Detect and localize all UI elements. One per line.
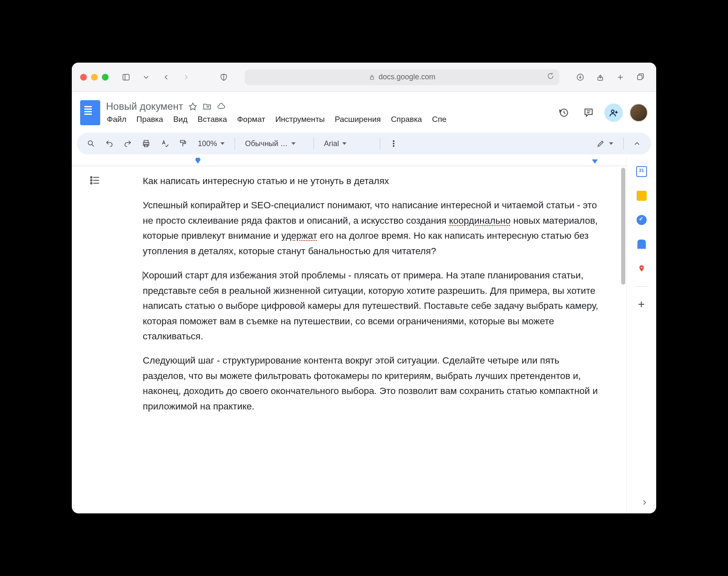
svg-rect-25 <box>180 141 185 143</box>
menu-help[interactable]: Справка <box>390 114 423 125</box>
style-value: Обычный … <box>245 139 288 148</box>
svg-rect-10 <box>637 75 642 80</box>
version-history-button[interactable] <box>554 104 573 122</box>
document-title[interactable]: Новый документ <box>106 101 183 112</box>
collapse-toolbar-button[interactable] <box>629 136 645 151</box>
menu-tools[interactable]: Инструменты <box>274 114 325 125</box>
redo-button[interactable] <box>120 136 135 151</box>
get-addons-button[interactable]: + <box>636 298 647 310</box>
tab-overview-button[interactable] <box>633 70 648 85</box>
svg-point-32 <box>91 177 92 178</box>
vertical-scrollbar[interactable] <box>620 166 626 513</box>
minimize-window-button[interactable] <box>91 74 98 81</box>
share-button-docs[interactable] <box>604 104 623 122</box>
star-icon[interactable] <box>188 102 197 111</box>
font-value: Arial <box>324 139 339 148</box>
toolbar-separator <box>623 138 624 149</box>
more-tools-button[interactable] <box>386 136 401 151</box>
editing-mode-dropdown[interactable] <box>597 139 613 148</box>
content-area: Как написать интересную статью и не утон… <box>72 158 656 513</box>
window-controls <box>80 74 109 81</box>
side-panel-separator <box>635 286 648 287</box>
svg-point-16 <box>612 110 614 113</box>
maximize-window-button[interactable] <box>102 74 109 81</box>
font-dropdown[interactable]: Arial <box>320 136 374 151</box>
text-span: Хороший старт для избежания этой проблем… <box>143 270 598 341</box>
doc-paragraph-3[interactable]: Следующий шаг - структурирование контент… <box>143 353 601 414</box>
doc-heading[interactable]: Как написать интересную статью и не утон… <box>143 174 601 189</box>
docs-header: Новый документ Файл Правка Вид Вставка Ф… <box>72 92 656 129</box>
doc-paragraph-1[interactable]: Успешный копирайтер и SEO-специалист пон… <box>143 198 601 259</box>
reload-button[interactable] <box>547 72 554 82</box>
svg-rect-3 <box>370 77 374 79</box>
account-avatar[interactable] <box>629 104 648 122</box>
comments-button[interactable] <box>579 104 598 122</box>
menu-truncated[interactable]: Спе <box>431 114 447 125</box>
print-button[interactable] <box>139 136 154 151</box>
scrollbar-thumb[interactable] <box>621 168 625 285</box>
back-button[interactable] <box>159 70 174 85</box>
menu-extensions[interactable]: Расширения <box>334 114 382 125</box>
contacts-app-icon[interactable] <box>635 238 648 250</box>
svg-point-19 <box>88 141 92 145</box>
lock-icon <box>369 74 375 81</box>
browser-titlebar: docs.google.com <box>72 63 656 92</box>
tasks-app-icon[interactable] <box>635 214 648 226</box>
caret-down-icon <box>220 142 225 145</box>
share-button[interactable] <box>593 70 608 85</box>
menu-edit[interactable]: Правка <box>136 114 164 125</box>
keep-app-icon[interactable] <box>635 189 648 202</box>
svg-point-33 <box>91 179 92 181</box>
calendar-app-icon[interactable] <box>635 165 648 178</box>
new-tab-button[interactable] <box>613 70 628 85</box>
menu-bar: Файл Правка Вид Вставка Формат Инструмен… <box>106 114 549 125</box>
maps-app-icon[interactable] <box>635 262 648 275</box>
side-panel: + <box>626 158 656 513</box>
header-right <box>554 104 648 122</box>
document-column: Как написать интересную статью и не утон… <box>72 158 626 513</box>
close-window-button[interactable] <box>80 74 87 81</box>
spellcheck-underline: удержат <box>281 230 317 241</box>
horizontal-ruler[interactable] <box>72 158 626 166</box>
move-to-folder-icon[interactable] <box>202 102 212 111</box>
menu-file[interactable]: Файл <box>106 114 127 125</box>
svg-point-35 <box>641 267 642 268</box>
pencil-icon <box>597 139 605 148</box>
spell-check-button[interactable] <box>157 136 172 151</box>
svg-line-20 <box>92 145 94 147</box>
svg-marker-11 <box>189 103 196 110</box>
toolbar-separator <box>235 138 235 149</box>
forward-button[interactable] <box>179 70 194 85</box>
hide-side-panel-button[interactable] <box>640 498 649 508</box>
browser-window: docs.google.com Новый документ Файл <box>72 63 656 513</box>
cloud-status-icon[interactable] <box>217 102 226 111</box>
caret-down-icon <box>609 142 613 145</box>
toolbar-separator <box>313 138 314 149</box>
search-tool-icon[interactable] <box>83 136 99 151</box>
menu-format[interactable]: Формат <box>236 114 266 125</box>
document-page[interactable]: Как написать интересную статью и не утон… <box>122 166 626 513</box>
left-indent-marker[interactable] <box>195 159 201 164</box>
svg-point-27 <box>393 143 394 144</box>
formatting-toolbar: 100% Обычный … Arial <box>77 133 651 154</box>
zoom-dropdown[interactable]: 100% <box>194 136 229 151</box>
style-dropdown[interactable]: Обычный … <box>241 136 308 151</box>
undo-button[interactable] <box>102 136 117 151</box>
menu-insert[interactable]: Вставка <box>197 114 228 125</box>
tab-groups-dropdown[interactable] <box>139 70 154 85</box>
downloads-button[interactable] <box>573 70 588 85</box>
menu-view[interactable]: Вид <box>172 114 188 125</box>
caret-down-icon <box>291 142 296 145</box>
right-indent-marker[interactable] <box>592 159 598 164</box>
document-outline-button[interactable] <box>89 174 104 189</box>
doc-meta: Новый документ Файл Правка Вид Вставка Ф… <box>106 101 549 125</box>
svg-point-34 <box>91 182 92 184</box>
doc-paragraph-2[interactable]: Хороший старт для избежания этой проблем… <box>143 268 601 344</box>
paint-format-button[interactable] <box>175 136 190 151</box>
privacy-shield-icon[interactable] <box>216 70 231 85</box>
docs-logo-icon[interactable] <box>80 100 100 125</box>
document-surface: Как написать интересную статью и не утон… <box>72 166 626 513</box>
sidebar-toggle-button[interactable] <box>119 70 134 85</box>
address-bar[interactable]: docs.google.com <box>245 69 559 85</box>
caret-down-icon <box>342 142 346 145</box>
